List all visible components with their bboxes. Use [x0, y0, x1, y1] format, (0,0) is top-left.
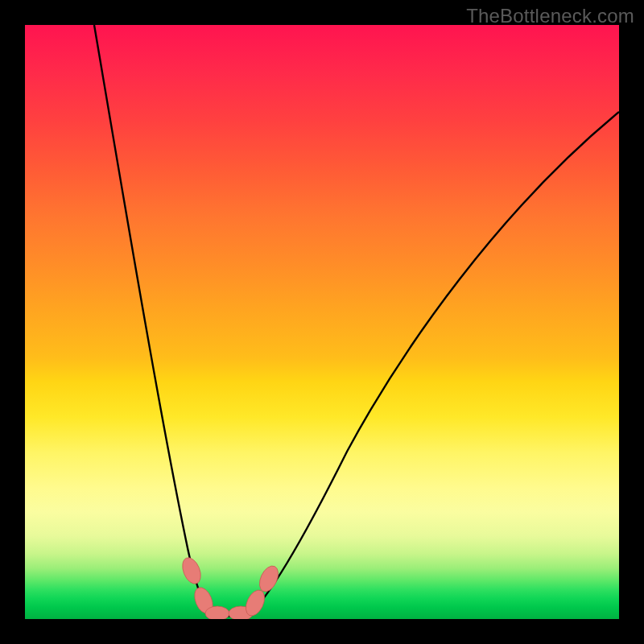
curve-left-branch	[94, 25, 213, 614]
marker-floor-left	[205, 606, 229, 619]
marker-left-upper	[179, 555, 204, 586]
curve-right-branch	[249, 112, 619, 614]
valley-markers	[179, 555, 282, 619]
bottleneck-curve-svg	[25, 25, 619, 619]
watermark-text: TheBottleneck.com	[466, 5, 634, 27]
chart-plot-area	[25, 25, 619, 619]
